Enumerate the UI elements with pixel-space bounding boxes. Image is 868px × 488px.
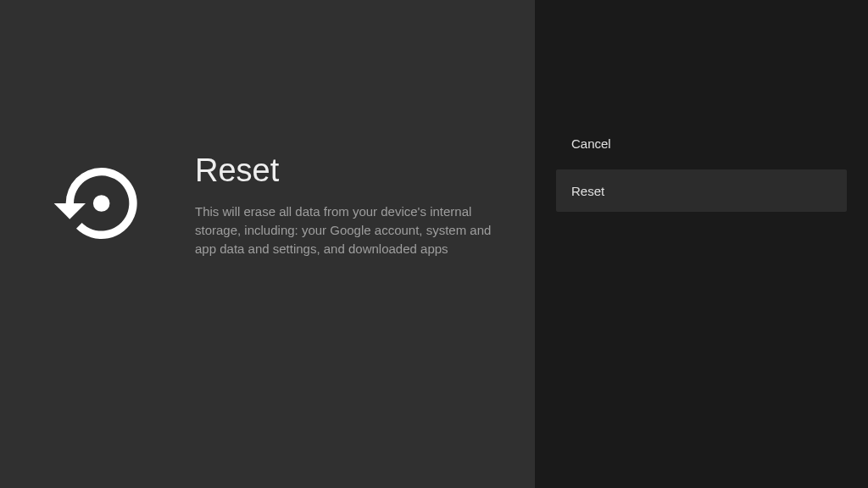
page-title: Reset xyxy=(195,152,500,189)
reset-button[interactable]: Reset xyxy=(556,169,847,212)
cancel-label: Cancel xyxy=(571,136,611,151)
page-description: This will erase all data from your devic… xyxy=(195,202,500,258)
reset-label: Reset xyxy=(571,184,604,198)
svg-point-0 xyxy=(93,195,110,212)
content-text: Reset This will erase all data from your… xyxy=(195,152,534,258)
options-pane: Cancel Reset xyxy=(535,0,868,488)
cancel-button[interactable]: Cancel xyxy=(556,122,847,164)
icon-container xyxy=(0,152,195,251)
restore-icon xyxy=(50,156,145,251)
content-pane: Reset This will erase all data from your… xyxy=(0,0,535,488)
